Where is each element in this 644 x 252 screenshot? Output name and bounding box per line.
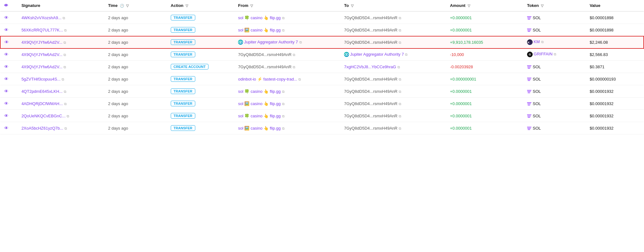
copy-icon[interactable]: ⧉ — [399, 102, 401, 106]
copy-icon[interactable]: ⧉ — [63, 16, 65, 20]
copy-icon[interactable]: ⧉ — [64, 126, 67, 130]
row-visibility-icon[interactable]: 👁 — [4, 40, 9, 45]
copy-icon[interactable]: ⧉ — [399, 90, 401, 93]
copy-icon[interactable]: ⧉ — [293, 53, 295, 57]
copy-icon[interactable]: ⧉ — [62, 77, 64, 81]
copy-icon[interactable]: ⧉ — [64, 90, 66, 93]
copy-icon[interactable]: ⧉ — [299, 40, 302, 44]
row-to-cell: 7GyQ8dD5D4...rsmxH49AnR⧉ — [340, 73, 446, 85]
from-link[interactable]: sol 🖼️ casino 👆 flip.gg — [238, 126, 280, 131]
row-from-cell: sol 🍀 casino 👆 flip.gg⧉ — [234, 11, 340, 24]
to-address-link[interactable]: 7xgHC2VbJ8...YbCCe9hraG — [344, 64, 396, 69]
row-visibility-icon[interactable]: 👁 — [4, 89, 8, 94]
row-visibility-icon[interactable]: 👁 — [4, 101, 8, 106]
signature-link[interactable]: 4X9QVjYJYfw6Ad2V... — [21, 52, 62, 57]
signature-link[interactable]: 4ADHQRjDCfWMAH... — [21, 101, 63, 106]
copy-icon[interactable]: ⧉ — [397, 65, 400, 69]
from-link[interactable]: Jupiter Aggregator Authority 7 — [244, 40, 298, 44]
row-visibility-icon[interactable]: 👁 — [4, 64, 8, 69]
table-row: 👁2XoA5bcHZ61yzQ7b...⧉2 days agoTRANSFERs… — [0, 122, 644, 134]
row-signature-cell: 4ADHQRjDCfWMAH...⧉ — [18, 98, 104, 110]
from-link[interactable]: sol 🍀 casino 👆 flip.gg — [238, 15, 280, 20]
action-badge: TRANSFER — [171, 76, 195, 82]
from-filter-icon[interactable]: ▽ — [250, 4, 253, 8]
row-visibility-icon[interactable]: 👁 — [4, 113, 8, 118]
signature-link[interactable]: 2XoA5bcHZ61yzQ7b... — [21, 126, 63, 131]
signature-link[interactable]: 4X9QVjYJYfw6Ad2V... — [21, 40, 62, 45]
table-row: 👁4QT2pdmE645xLKH...⧉2 days agoTRANSFERso… — [0, 85, 644, 98]
copy-icon[interactable]: ⧉ — [67, 114, 69, 118]
token-name: SOL — [533, 15, 541, 20]
copy-icon[interactable]: ⧉ — [64, 65, 66, 69]
copy-icon[interactable]: ⧉ — [541, 40, 544, 44]
copy-icon[interactable]: ⧉ — [405, 53, 408, 56]
row-from-cell: sol 🍀 casino 👆 flip.gg⧉ — [234, 85, 340, 98]
col-header-eye: 👁 — [0, 0, 18, 11]
row-time-cell: 2 days ago — [104, 73, 167, 85]
copy-icon[interactable]: ⧉ — [64, 102, 67, 106]
token-header-label: Token — [527, 3, 539, 8]
copy-icon[interactable]: ⧉ — [282, 102, 285, 106]
row-eye-cell: 👁 — [0, 61, 18, 73]
signature-link[interactable]: 4X9QVjYJYfw6Ad2V... — [21, 64, 62, 69]
from-link[interactable]: sol 🖼️ casino 👆 flip.gg — [238, 28, 280, 32]
from-link[interactable]: sol 🖼️ casino 👆 flip.gg — [238, 101, 280, 106]
row-signature-cell: 4X9QVjYJYfw6Ad2V...⧉ — [18, 48, 104, 61]
from-link[interactable]: odinbot-io ⚡ fastest-copy-trad... — [238, 77, 297, 81]
from-link[interactable]: sol 🍀 casino 👆 flip.gg — [238, 89, 280, 94]
row-value-cell: $0.00001932 — [586, 98, 644, 110]
amount-filter-icon[interactable]: ▽ — [468, 4, 470, 8]
action-filter-icon[interactable]: ▽ — [186, 4, 188, 8]
copy-icon[interactable]: ⧉ — [399, 114, 401, 118]
copy-icon[interactable]: ⧉ — [554, 52, 556, 56]
row-visibility-icon[interactable]: 👁 — [4, 27, 8, 32]
row-token-cell: SOL — [523, 85, 586, 98]
token-link[interactable]: GRIFFAIN — [534, 52, 552, 56]
to-filter-icon[interactable]: ▽ — [351, 4, 353, 8]
copy-icon[interactable]: ⧉ — [399, 16, 401, 20]
copy-icon[interactable]: ⧉ — [282, 16, 285, 20]
amount-header-label: Amount — [450, 3, 465, 8]
token-name: SOL — [533, 101, 541, 106]
row-action-cell: TRANSFER — [167, 85, 234, 98]
row-time-value: 2 days ago — [108, 28, 128, 32]
copy-icon[interactable]: ⧉ — [399, 126, 401, 130]
copy-icon[interactable]: ⧉ — [282, 114, 285, 118]
copy-icon[interactable]: ⧉ — [399, 77, 401, 81]
copy-icon[interactable]: ⧉ — [293, 65, 295, 69]
clock-filter-icon[interactable]: 🕐 — [120, 4, 124, 8]
sol-icon — [527, 29, 531, 32]
row-value-cell: $2,246.08 — [586, 36, 644, 48]
value-amount: $0.00001932 — [590, 126, 613, 131]
signature-link[interactable]: 4WKsh2vVXozshA9... — [21, 15, 61, 20]
transactions-table: 👁 Signature Time 🕐 ▽ Action ▽ From ▽ — [0, 0, 644, 134]
sol-icon — [527, 16, 531, 20]
row-amount-cell: +9,910,178.16035 — [446, 36, 523, 48]
copy-icon[interactable]: ⧉ — [64, 53, 66, 57]
row-to-cell: 7GyQ8dD5D4...rsmxH49AnR⧉ — [340, 98, 446, 110]
copy-icon[interactable]: ⧉ — [399, 41, 401, 44]
from-address: 7GyQ8dD5D4...rsmxH49AnR — [238, 64, 291, 69]
signature-link[interactable]: 2QoUeNKQCvEBGnC... — [21, 114, 65, 118]
signature-link[interactable]: 4QT2pdmE645xLKH... — [21, 89, 63, 94]
row-visibility-icon[interactable]: 👁 — [4, 52, 8, 57]
row-visibility-icon[interactable]: 👁 — [4, 15, 8, 20]
token-link[interactable]: KM — [534, 39, 540, 44]
to-link[interactable]: Jupiter Aggregator Authority 7 — [350, 52, 404, 57]
copy-icon[interactable]: ⧉ — [282, 28, 285, 32]
copy-icon[interactable]: ⧉ — [282, 126, 285, 130]
from-link[interactable]: sol 🍀 casino 👆 flip.gg — [238, 114, 280, 118]
row-visibility-icon[interactable]: 👁 — [4, 76, 8, 81]
time-filter-icon[interactable]: ▽ — [126, 4, 129, 8]
copy-icon[interactable]: ⧉ — [399, 28, 401, 32]
signature-link[interactable]: 5gZVTHif3copuu4S... — [21, 77, 60, 81]
copy-icon[interactable]: ⧉ — [282, 90, 285, 93]
row-visibility-icon[interactable]: 👁 — [4, 126, 8, 131]
amount-value: -0.00203928 — [450, 64, 473, 69]
signature-link[interactable]: 56XKcRRQ7UL777K... — [21, 28, 63, 32]
copy-icon[interactable]: ⧉ — [298, 77, 301, 81]
table-row: 👁4WKsh2vVXozshA9...⧉2 days agoTRANSFERso… — [0, 11, 644, 24]
token-filter-icon[interactable]: ▽ — [541, 4, 543, 8]
copy-icon[interactable]: ⧉ — [64, 28, 67, 32]
copy-icon[interactable]: ⧉ — [64, 41, 66, 44]
